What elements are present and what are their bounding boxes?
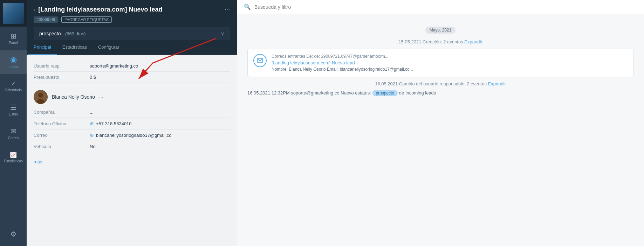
field-row-usuario: Usuario resp. soporte@gmarketing.co — [34, 61, 230, 72]
contact-field-telefono: Teléfono Oficina ⊕ +57 318 5634010 — [34, 118, 230, 129]
email-card: Correos entrantes De: de: 29089721.69747… — [247, 49, 633, 77]
change-text: Cambio del usuario responsable: 2 evento… — [399, 81, 488, 86]
sidebar-item-settings[interactable]: ⚙ — [0, 222, 27, 246]
avatar — [34, 90, 48, 104]
change-summary: 16.05.2021 Cambio del usuario responsabl… — [247, 81, 633, 86]
sidebar-item-label: Estadísticas — [4, 159, 23, 163]
email-icon — [253, 54, 267, 67]
status-from: de Incoming leads — [399, 90, 436, 96]
status-info: prospecto (669 días) — [39, 30, 85, 37]
tab-configurar[interactable]: Configurar — [93, 40, 125, 55]
settings-icon: ⚙ — [10, 231, 16, 238]
detail-panel: ‹ [Landing leidylaasesora.com] Nuevo lea… — [27, 0, 237, 246]
contact-row: Blanca Nelly Osorio ··· — [34, 87, 230, 107]
status-label: prospecto — [39, 31, 61, 36]
leads-icon: ◉ — [10, 56, 17, 64]
more-options-button[interactable]: ··· — [225, 6, 230, 13]
detail-meta: #3889599 #AGREGAR ETIQUETAS — [34, 16, 230, 23]
status-dropdown-icon[interactable]: ∨ — [221, 31, 224, 36]
contact-more-button[interactable]: ··· — [99, 94, 103, 100]
activity-search-bar: 🔍 — [237, 0, 644, 14]
creation-summary: 15.05.2021 Creación: 2 eventos Expandir — [247, 39, 633, 44]
contact-field-vehiculo: Vehículo No — [34, 141, 230, 152]
logo-image — [3, 3, 24, 24]
date-divider: Mayo, 2021 — [247, 27, 633, 34]
svg-point-1 — [38, 93, 43, 98]
sidebar-item-label: Leads — [8, 65, 18, 69]
sidebar-item-calendario[interactable]: ✓ Calendario — [0, 74, 27, 98]
field-label: Compañía — [34, 110, 90, 115]
lead-id: #3889599 — [34, 16, 58, 23]
add-email-icon[interactable]: ⊕ — [90, 132, 94, 138]
field-value: No — [90, 144, 96, 149]
calendario-icon: ✓ — [11, 80, 16, 87]
sidebar-item-label: Calendario — [5, 88, 22, 92]
status-badge: prospecto — [372, 90, 398, 96]
detail-body: Usuario resp. soporte@gmarketing.co Pres… — [27, 55, 237, 246]
correo-icon: ✉ — [11, 128, 16, 135]
title-row: ‹ [Landing leidylaasesora.com] Nuevo lea… — [34, 6, 230, 14]
field-label: Vehículo — [34, 144, 90, 149]
status-change-datetime: 16.05.2021 12:32PM — [247, 90, 290, 96]
email-preview: Nombre: Blanca Nelly Osorio Email: blanc… — [272, 67, 413, 72]
search-icon: 🔍 — [244, 3, 251, 10]
status-change-label: Nuevo estatus: — [341, 90, 371, 96]
field-label: Correo — [34, 133, 90, 138]
sidebar: ⊞ Panel ◉ Leads ✓ Calendario ☰ Listas ✉ … — [0, 0, 27, 246]
contact-field-correo: Correo ⊕ blancanellyosoriogiraldo17@gmai… — [34, 129, 230, 141]
sidebar-item-label: Panel — [9, 41, 18, 45]
status-days: (669 días) — [65, 31, 86, 36]
more-fields-link[interactable]: más — [34, 156, 230, 167]
creation-text: Creación: 2 eventos — [423, 39, 464, 44]
email-content: Correos entrantes De: de: 29089721.69747… — [272, 54, 413, 72]
listas-icon: ☰ — [10, 104, 16, 111]
sidebar-item-label: Correo — [8, 136, 19, 140]
field-value: +57 318 5634010 — [96, 121, 132, 126]
tab-estadisticas[interactable]: Estadísticas — [57, 40, 93, 55]
sidebar-item-listas[interactable]: ☰ Listas — [0, 98, 27, 122]
sidebar-item-label: Listas — [9, 112, 18, 116]
field-value: blancanellyosoriogiraldo17@gmail.co — [96, 133, 172, 138]
sidebar-item-estadisticas[interactable]: 📈 Estadísticas — [0, 146, 27, 169]
field-value: 0 $ — [90, 75, 96, 80]
estadisticas-icon: 📈 — [10, 152, 17, 158]
sidebar-logo — [0, 0, 27, 27]
sidebar-bottom: ⚙ — [0, 222, 27, 246]
panel-icon: ⊞ — [11, 33, 16, 40]
status-row: prospecto (669 días) ∨ — [34, 27, 230, 40]
date-badge: Mayo, 2021 — [425, 27, 456, 34]
creation-date: 15.05.2021 — [398, 39, 421, 44]
contact-field-compania: Compañía ... — [34, 107, 230, 118]
field-label: Teléfono Oficina — [34, 121, 90, 126]
field-value: ... — [90, 110, 94, 115]
expand-link-2[interactable]: Expandir — [488, 81, 506, 86]
activity-panel: 🔍 Mayo, 2021 15.05.2021 Creación: 2 even… — [237, 0, 644, 246]
email-meta: Correos entrantes De: de: 29089721.69747… — [272, 54, 413, 59]
tab-principal[interactable]: Principal — [28, 40, 57, 55]
main-area: ‹ [Landing leidylaasesora.com] Nuevo lea… — [27, 0, 644, 246]
field-row-presupuesto: Presupuesto 0 $ — [34, 72, 230, 83]
sidebar-item-panel[interactable]: ⊞ Panel — [0, 27, 27, 50]
field-label: Presupuesto — [34, 75, 90, 80]
field-value: soporte@gmarketing.co — [90, 63, 138, 69]
contact-section: Blanca Nelly Osorio ··· Compañía ... Tel… — [34, 83, 230, 156]
add-phone-icon[interactable]: ⊕ — [90, 121, 94, 126]
activity-feed: Mayo, 2021 15.05.2021 Creación: 2 evento… — [237, 14, 644, 246]
detail-header: ‹ [Landing leidylaasesora.com] Nuevo lea… — [27, 0, 237, 40]
tabs-row: Principal Estadísticas Configurar — [27, 40, 237, 55]
contact-name: Blanca Nelly Osorio — [52, 94, 95, 100]
add-tags-button[interactable]: #AGREGAR ETIQUETAS — [61, 16, 112, 23]
status-change-row: 16.05.2021 12:32PM soporte@gmarketing.co… — [247, 90, 633, 96]
field-label: Usuario resp. — [34, 63, 90, 69]
search-input[interactable] — [254, 4, 637, 10]
page-title: [Landing leidylaasesora.com] Nuevo lead — [38, 6, 222, 14]
status-change-user: soporte@gmarketing.co — [291, 90, 341, 96]
back-button[interactable]: ‹ — [34, 7, 35, 13]
change-date: 16.05.2021 — [375, 81, 398, 86]
sidebar-item-leads[interactable]: ◉ Leads — [0, 50, 27, 74]
email-subject-link[interactable]: [Landing leidylaasesora.com] Nuevo lead — [272, 60, 413, 65]
sidebar-item-correo[interactable]: ✉ Correo — [0, 122, 27, 146]
expand-link[interactable]: Expandir — [464, 39, 482, 44]
